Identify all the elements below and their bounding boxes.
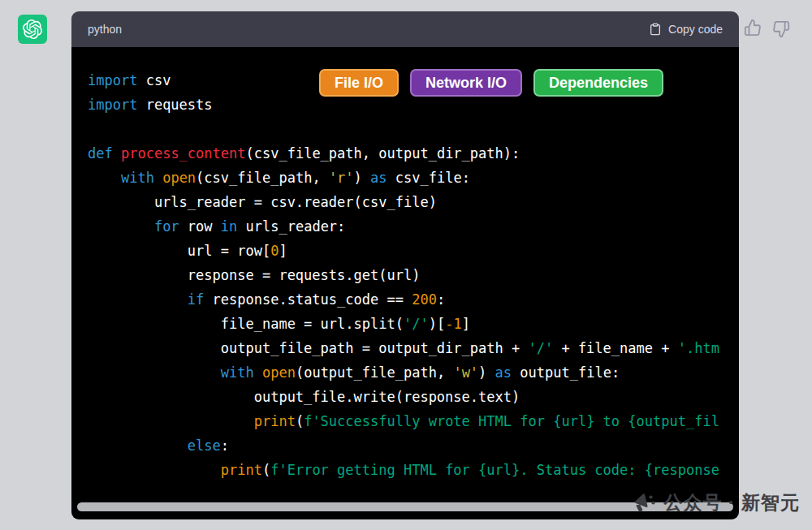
code-line: for row in urls_reader: [88, 214, 739, 239]
thumbs-up-icon [744, 19, 762, 37]
clipboard-icon [649, 23, 662, 36]
code-line [88, 117, 739, 141]
code-line: with open(csv_file_path, 'r') as csv_fil… [88, 166, 739, 190]
code-line: file_name = url.split('/')[-1] [88, 312, 739, 336]
code-line: print(f'Error getting HTML for {url}. St… [88, 458, 739, 482]
watermark-text: 公众号 · 新智元 [664, 490, 800, 515]
code-line: print(f'Successfully wrote HTML for {url… [88, 409, 739, 433]
badge-network-io: Network I/O [410, 69, 522, 97]
thumbs-down-icon [772, 20, 790, 38]
code-line: url = row[0] [88, 239, 739, 263]
watermark: 公众号 · 新智元 [631, 489, 800, 515]
copy-code-button[interactable]: Copy code [649, 23, 723, 36]
code-line: def process_content(csv_file_path, outpu… [88, 141, 739, 166]
megaphone-icon [631, 489, 657, 515]
code-block: python Copy code File I/O Network I/O De… [71, 11, 739, 519]
code-line: else: [88, 433, 739, 458]
copy-code-label: Copy code [668, 23, 723, 36]
badge-file-io: File I/O [319, 69, 399, 97]
code-line: output_file_path = output_dir_path + '/'… [88, 336, 739, 360]
code-content: import csvimport requests def process_co… [71, 47, 739, 482]
code-line: with open(output_file_path, 'w') as outp… [88, 360, 739, 385]
openai-logo-icon [23, 19, 42, 39]
code-body: File I/O Network I/O Dependencies import… [71, 47, 739, 519]
code-line: response = requests.get(url) [88, 263, 739, 287]
thumbs-down-button[interactable] [772, 17, 790, 41]
code-header: python Copy code [71, 11, 739, 47]
chatgpt-avatar [18, 15, 47, 44]
annotation-badges-row: File I/O Network I/O Dependencies [319, 69, 663, 97]
code-line: urls_reader = csv.reader(csv_file) [88, 190, 739, 214]
code-language-label: python [88, 23, 122, 36]
thumbs-up-button[interactable] [744, 17, 762, 41]
feedback-buttons [744, 17, 790, 41]
code-line: if response.status_code == 200: [88, 287, 739, 312]
code-line: output_file.write(response.text) [88, 385, 739, 409]
badge-dependencies: Dependencies [533, 69, 663, 97]
